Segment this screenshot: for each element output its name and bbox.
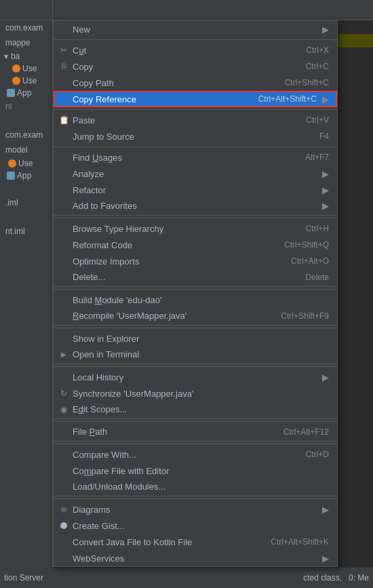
menu-label-show-in-explorer: Show in Explorer — [73, 334, 329, 344]
menu-label-load-unload-modules: Load/Unload Modules... — [73, 482, 329, 492]
menu-item-show-in-explorer[interactable]: Show in Explorer — [54, 330, 337, 347]
sidebar-arrow-ba: ▼ — [3, 53, 9, 60]
menu-divider-9 — [54, 444, 337, 444]
menu-arrow-copy-reference: ▶ — [322, 94, 329, 104]
scopes-icon: ◉ — [58, 405, 70, 414]
menu-item-copy-path[interactable]: Copy Path Ctrl+Shift+C — [54, 75, 337, 91]
menu-item-jump-to-source[interactable]: Jump to Source F4 — [54, 128, 337, 144]
sidebar-item-use3[interactable]: Use — [0, 157, 52, 170]
sidebar-item-mappe: mappe — [0, 35, 52, 50]
menu-shortcut-convert-java-kotlin: Ctrl+Alt+Shift+K — [271, 537, 329, 547]
menu-item-analyze[interactable]: Analyze ▶ — [54, 165, 337, 182]
menu-arrow-add-to-favorites: ▶ — [322, 201, 329, 211]
menu-label-refactor: Refactor — [73, 185, 317, 195]
menu-label-copy-path: Copy Path — [73, 78, 271, 88]
sidebar-item-nt-iml: nt.iml — [0, 224, 52, 239]
menu-item-create-gist[interactable]: Create Gist... — [54, 517, 337, 534]
menu-item-new[interactable]: New ▶ — [54, 21, 337, 37]
sidebar-label-ba: ba — [11, 52, 20, 61]
menu-label-file-path: File Path — [73, 427, 270, 437]
menu-arrow-refactor: ▶ — [322, 185, 329, 195]
sidebar-item-com-exam: com.exam — [0, 20, 52, 35]
menu-arrow-webservices: ▶ — [322, 553, 329, 564]
menu-label-compare-with: Compare With... — [73, 450, 292, 460]
menu-label-paste: Paste — [73, 115, 292, 125]
menu-label-compare-file-editor: Compare File with Editor — [73, 466, 329, 476]
menu-item-copy[interactable]: ⎘ Copy Ctrl+C — [54, 58, 337, 75]
menu-item-compare-file-editor[interactable]: Compare File with Editor — [54, 463, 337, 479]
menu-label-build-module: Build Module 'edu-dao' — [73, 295, 329, 305]
menu-item-browse-type-hierarchy[interactable]: Browse Type Hierarchy Ctrl+H — [54, 220, 337, 237]
menu-divider-1 — [54, 39, 337, 40]
menu-item-optimize-imports[interactable]: Optimize Imports Ctrl+Alt+O — [54, 253, 337, 269]
menu-item-build-module[interactable]: Build Module 'edu-dao' — [54, 292, 337, 308]
menu-label-reformat-code: Reformat Code — [73, 240, 271, 250]
menu-shortcut-optimize-imports: Ctrl+Alt+O — [291, 256, 329, 266]
menu-item-open-in-terminal[interactable]: ▶ Open in Terminal — [54, 347, 337, 364]
menu-item-convert-java-kotlin[interactable]: Convert Java File to Kotlin File Ctrl+Al… — [54, 534, 337, 550]
menu-item-delete[interactable]: Delete... Delete — [54, 269, 337, 287]
menu-item-copy-reference[interactable]: Copy Reference Ctrl+Alt+Shift+C ▶ — [54, 91, 337, 107]
sidebar-item-use1[interactable]: Use — [0, 62, 52, 75]
menu-item-load-unload-modules[interactable]: Load/Unload Modules... — [54, 479, 337, 496]
menu-label-cut: Cut — [73, 45, 292, 56]
menu-item-compare-with[interactable]: Compare With... Ctrl+D — [54, 446, 337, 463]
sidebar-item-use2[interactable]: Use — [0, 75, 52, 87]
menu-shortcut-reformat-code: Ctrl+Shift+Q — [284, 240, 329, 250]
menu-item-diagrams[interactable]: ⊞ Diagrams ▶ — [54, 501, 337, 517]
sidebar-item-nl: nl — [0, 99, 52, 114]
menu-item-cut[interactable]: ✂ Cut Ctrl+X — [54, 42, 337, 58]
sidebar: com.exam mappe ▼ ba Use Use App nl com.e… — [0, 0, 53, 588]
menu-shortcut-recompile: Ctrl+Shift+F9 — [281, 311, 329, 321]
menu-label-recompile: Recompile 'UserMapper.java' — [73, 311, 267, 321]
menu-label-open-in-terminal: Open in Terminal — [73, 349, 329, 359]
sidebar-label-use2: Use — [22, 76, 37, 85]
paste-icon: 📋 — [58, 115, 70, 125]
menu-divider-6 — [54, 328, 337, 328]
menu-label-analyze: Analyze — [73, 169, 317, 179]
menu-shortcut-copy: Ctrl+C — [306, 62, 329, 71]
sidebar-item-app2[interactable]: App — [0, 170, 52, 182]
menu-label-edit-scopes: Edit Scopes... — [73, 404, 329, 414]
editor-tabs — [53, 0, 373, 20]
menu-item-reformat-code[interactable]: Reformat Code Ctrl+Shift+Q — [54, 237, 337, 253]
sidebar-item-com-exam2: com.exam — [0, 128, 52, 142]
sidebar-icon-app1 — [7, 89, 15, 97]
menu-label-add-to-favorites: Add to Favorites — [73, 201, 317, 211]
menu-label-delete: Delete... — [73, 272, 292, 282]
menu-divider-3 — [54, 146, 337, 147]
menu-item-refactor[interactable]: Refactor ▶ — [54, 182, 337, 198]
menu-shortcut-cut: Ctrl+X — [306, 45, 329, 55]
menu-divider-10 — [54, 498, 337, 499]
menu-arrow-diagrams: ▶ — [322, 505, 329, 515]
menu-item-synchronize[interactable]: ↻ Synchronize 'UserMapper.java' — [54, 385, 337, 401]
sidebar-spacer2 — [0, 182, 52, 195]
menu-label-jump-to-source: Jump to Source — [73, 132, 306, 142]
menu-shortcut-compare-with: Ctrl+D — [306, 450, 329, 459]
sidebar-icon-use3 — [8, 159, 16, 168]
menu-divider-4 — [54, 218, 337, 218]
menu-item-find-usages[interactable]: Find Usages Alt+F7 — [54, 149, 337, 165]
menu-item-edit-scopes[interactable]: ◉ Edit Scopes... — [54, 401, 337, 419]
menu-divider-8 — [54, 421, 337, 422]
menu-label-copy: Copy — [73, 62, 292, 72]
menu-label-diagrams: Diagrams — [73, 505, 317, 515]
menu-label-local-history: Local History — [73, 372, 317, 383]
sidebar-label-use1: Use — [22, 64, 37, 73]
sidebar-icon-use2 — [12, 77, 20, 85]
menu-arrow-analyze: ▶ — [322, 169, 329, 179]
menu-label-create-gist: Create Gist... — [73, 521, 329, 531]
menu-item-webservices[interactable]: WebServices ▶ — [54, 550, 337, 566]
sidebar-item-app1[interactable]: App — [0, 87, 52, 99]
menu-shortcut-find-usages: Alt+F7 — [305, 153, 329, 162]
menu-item-paste[interactable]: 📋 Paste Ctrl+V — [54, 112, 337, 128]
menu-item-file-path[interactable]: File Path Ctrl+Alt+F12 — [54, 424, 337, 442]
menu-item-add-to-favorites[interactable]: Add to Favorites ▶ — [54, 198, 337, 216]
sidebar-item-iml: .iml — [0, 195, 52, 210]
sidebar-item-ba[interactable]: ▼ ba — [0, 50, 52, 62]
sync-icon: ↻ — [58, 389, 70, 398]
menu-item-recompile[interactable]: Recompile 'UserMapper.java' Ctrl+Shift+F… — [54, 308, 337, 326]
menu-item-local-history[interactable]: Local History ▶ — [54, 369, 337, 385]
menu-label-new: New — [73, 24, 317, 35]
menu-shortcut-jump-to-source: F4 — [319, 132, 329, 141]
